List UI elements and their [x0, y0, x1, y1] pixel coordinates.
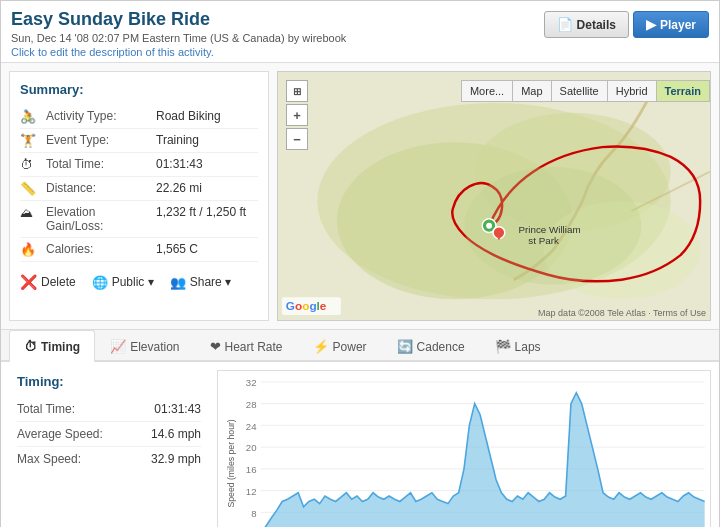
- cadence-icon: 🔄: [397, 339, 413, 354]
- summary-row: 🔥 Calories: 1,565 C: [20, 238, 258, 262]
- map-container: More... Map Satellite Hybrid Terrain ⊞ +…: [277, 71, 711, 321]
- elevation-value: 1,232 ft / 1,250 ft: [156, 205, 246, 219]
- svg-text:16: 16: [246, 465, 257, 476]
- map-type-satellite[interactable]: Satellite: [551, 80, 607, 102]
- timing-icon: ⏱: [24, 339, 37, 354]
- map-attribution: Map data ©2008 Tele Atlas · Terms of Use: [538, 308, 706, 318]
- event-icon: 🏋: [20, 133, 40, 148]
- svg-text:Google: Google: [286, 299, 327, 312]
- delete-label: Delete: [41, 275, 76, 289]
- summary-panel: Summary: 🚴 Activity Type: Road Biking 🏋 …: [9, 71, 269, 321]
- tab-power-label: Power: [333, 340, 367, 354]
- share-label: Share ▾: [190, 275, 231, 289]
- play-icon: ▶: [646, 17, 656, 32]
- tab-content: Timing: Total Time: 01:31:43 Average Spe…: [1, 362, 719, 527]
- main-content: Summary: 🚴 Activity Type: Road Biking 🏋 …: [1, 63, 719, 329]
- map-type-terrain[interactable]: Terrain: [656, 80, 710, 102]
- tab-power[interactable]: ⚡ Power: [298, 330, 382, 362]
- svg-text:24: 24: [246, 421, 257, 432]
- event-value: Training: [156, 133, 199, 147]
- stat-row-time: Total Time: 01:31:43: [17, 397, 201, 422]
- event-label: Event Type:: [46, 133, 156, 147]
- tab-laps[interactable]: 🏁 Laps: [480, 330, 556, 362]
- map-type-hybrid[interactable]: Hybrid: [607, 80, 656, 102]
- stats-panel: Timing: Total Time: 01:31:43 Average Spe…: [9, 370, 209, 527]
- share-button[interactable]: 👥 Share ▾: [170, 275, 231, 290]
- details-button[interactable]: 📄 Details: [544, 11, 629, 38]
- tab-cadence-label: Cadence: [417, 340, 465, 354]
- power-icon: ⚡: [313, 339, 329, 354]
- svg-point-7: [486, 223, 492, 229]
- max-speed-value: 32.9 mph: [151, 452, 201, 466]
- map-type-more[interactable]: More...: [461, 80, 512, 102]
- park-label2: st Park: [528, 235, 559, 246]
- calories-value: 1,565 C: [156, 242, 198, 256]
- globe-icon: 🌐: [92, 275, 108, 290]
- total-time-value: 01:31:43: [154, 402, 201, 416]
- activity-label: Activity Type:: [46, 109, 156, 123]
- distance-icon: 📏: [20, 181, 40, 196]
- tabs-section: ⏱ Timing 📈 Elevation ❤ Heart Rate ⚡ Powe…: [1, 329, 719, 527]
- summary-row: 🏋 Event Type: Training: [20, 129, 258, 153]
- map-zoom-out[interactable]: −: [286, 128, 308, 150]
- elevation-icon: ⛰: [20, 205, 40, 220]
- park-label: Prince William: [519, 224, 581, 235]
- header-buttons: 📄 Details ▶ Player: [544, 11, 709, 38]
- avg-speed-value: 14.6 mph: [151, 427, 201, 441]
- summary-row: ⏱ Total Time: 01:31:43: [20, 153, 258, 177]
- action-buttons: ❌ Delete 🌐 Public ▾ 👥 Share ▾: [20, 274, 258, 290]
- activity-value: Road Biking: [156, 109, 221, 123]
- tab-timing[interactable]: ⏱ Timing: [9, 330, 95, 362]
- calories-icon: 🔥: [20, 242, 40, 257]
- svg-text:32: 32: [246, 378, 257, 389]
- elevation-label: Elevation Gain/Loss:: [46, 205, 156, 233]
- stat-row-avg-speed: Average Speed: 14.6 mph: [17, 422, 201, 447]
- svg-text:20: 20: [246, 443, 257, 454]
- public-button[interactable]: 🌐 Public ▾: [92, 275, 154, 290]
- tab-elevation-label: Elevation: [130, 340, 179, 354]
- activity-icon: 🚴: [20, 109, 40, 124]
- edit-link[interactable]: Click to edit the description of this ac…: [11, 46, 709, 58]
- elevation-tab-icon: 📈: [110, 339, 126, 354]
- tab-elevation[interactable]: 📈 Elevation: [95, 330, 194, 362]
- map-zoom-box[interactable]: ⊞: [286, 80, 308, 102]
- svg-text:28: 28: [246, 399, 257, 410]
- total-time-label: Total Time:: [17, 402, 75, 416]
- header: Easy Sunday Bike Ride Sun, Dec 14 '08 02…: [1, 1, 719, 63]
- map-type-buttons: More... Map Satellite Hybrid Terrain: [461, 80, 710, 102]
- summary-row: 🚴 Activity Type: Road Biking: [20, 105, 258, 129]
- svg-text:8: 8: [251, 508, 256, 519]
- laps-icon: 🏁: [495, 339, 511, 354]
- calories-label: Calories:: [46, 242, 156, 256]
- avg-speed-label: Average Speed:: [17, 427, 103, 441]
- stats-title: Timing:: [17, 374, 201, 389]
- summary-row: 📏 Distance: 22.26 mi: [20, 177, 258, 201]
- delete-icon: ❌: [20, 274, 37, 290]
- distance-label: Distance:: [46, 181, 156, 195]
- summary-title: Summary:: [20, 82, 258, 97]
- map-zoom-in[interactable]: +: [286, 104, 308, 126]
- tab-timing-label: Timing: [41, 340, 80, 354]
- tab-heart-rate-label: Heart Rate: [225, 340, 283, 354]
- summary-row: ⛰ Elevation Gain/Loss: 1,232 ft / 1,250 …: [20, 201, 258, 238]
- public-label: Public ▾: [112, 275, 154, 289]
- page-wrapper: Easy Sunday Bike Ride Sun, Dec 14 '08 02…: [0, 0, 720, 527]
- time-label: Total Time:: [46, 157, 156, 171]
- distance-value: 22.26 mi: [156, 181, 202, 195]
- map-controls: ⊞ + −: [286, 80, 308, 150]
- map-type-map[interactable]: Map: [512, 80, 550, 102]
- chart-svg: 32 28 24 20 16 12 8 4 Speed (miles per h…: [218, 371, 710, 527]
- svg-text:Speed (miles per hour): Speed (miles per hour): [226, 420, 236, 508]
- stat-row-max-speed: Max Speed: 32.9 mph: [17, 447, 201, 471]
- document-icon: 📄: [557, 17, 573, 32]
- player-button[interactable]: ▶ Player: [633, 11, 709, 38]
- tab-cadence[interactable]: 🔄 Cadence: [382, 330, 480, 362]
- tab-laps-label: Laps: [515, 340, 541, 354]
- max-speed-label: Max Speed:: [17, 452, 81, 466]
- chart-container: 32 28 24 20 16 12 8 4 Speed (miles per h…: [217, 370, 711, 527]
- map-svg: Prince William st Park Google: [278, 72, 710, 320]
- tab-heart-rate[interactable]: ❤ Heart Rate: [195, 330, 298, 362]
- delete-button[interactable]: ❌ Delete: [20, 274, 76, 290]
- svg-text:12: 12: [246, 486, 257, 497]
- tabs-bar: ⏱ Timing 📈 Elevation ❤ Heart Rate ⚡ Powe…: [1, 330, 719, 362]
